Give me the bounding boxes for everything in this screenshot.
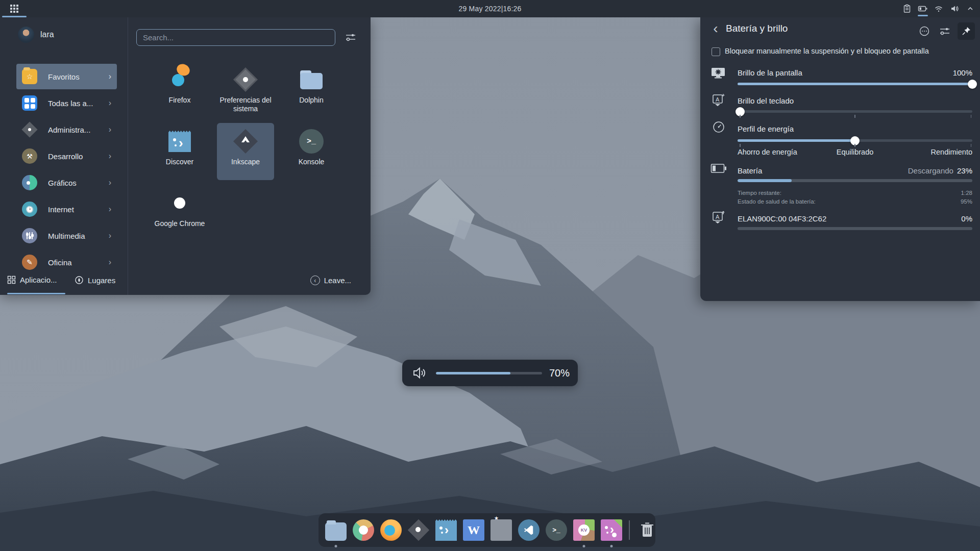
chevron-right-icon: › xyxy=(109,98,111,108)
screen-brightness-icon xyxy=(710,66,726,80)
battery-label: Batería xyxy=(738,166,762,175)
chevron-right-icon: › xyxy=(109,231,111,240)
launcher-footer: Aplicacio... Lugares ‹ Leave... xyxy=(0,270,371,295)
keyboard-brightness-slider[interactable] xyxy=(738,110,972,113)
dock-item-kvantum[interactable]: KV xyxy=(573,518,595,542)
dock-item-discover[interactable]: › xyxy=(435,518,457,542)
battery-health-label: Estado de salud de la batería: xyxy=(738,198,816,205)
category-label: Todas las a... xyxy=(48,99,93,108)
active-tab-indicator xyxy=(7,293,65,294)
power-profile-slider[interactable] xyxy=(738,139,972,142)
category-label: Administra... xyxy=(48,126,90,134)
category-label: Favoritos xyxy=(48,72,80,81)
konsole-icon: >_ xyxy=(299,129,324,154)
category-label: Multimedia xyxy=(48,232,85,240)
svg-text:A: A xyxy=(716,96,720,103)
dock-item-trash[interactable] xyxy=(636,518,658,542)
dock-item-color-app[interactable]: › xyxy=(600,518,623,542)
dolphin-icon xyxy=(325,522,347,541)
volume-icon[interactable] xyxy=(948,1,961,16)
sidebar-item-todas-las-aplicaciones[interactable]: Todas las a... › xyxy=(0,90,128,116)
development-icon: ⚒ xyxy=(22,148,37,164)
folder-favorites-icon: ☆ xyxy=(22,69,37,84)
tab-aplicaciones[interactable]: Aplicacio... xyxy=(7,276,57,284)
sidebar-item-desarrollo[interactable]: ⚒ Desarrollo › xyxy=(0,143,128,169)
leave-icon: ‹ xyxy=(310,276,320,285)
svg-text:A: A xyxy=(716,214,720,220)
inkscape-icon xyxy=(233,129,258,154)
app-tile-preferencias-del-sistema[interactable]: Preferencias del sistema xyxy=(217,61,274,118)
app-tile-google-chrome[interactable]: Google Chrome xyxy=(151,185,208,242)
pin-icon[interactable] xyxy=(958,22,975,40)
chevron-right-icon: › xyxy=(109,125,111,134)
app-label: Google Chrome xyxy=(152,219,207,228)
graphics-icon xyxy=(22,175,37,190)
keyboard-brightness-label: Brillo del teclado xyxy=(738,96,794,105)
sidebar-item-graficos[interactable]: Gráficos › xyxy=(0,169,128,196)
configure-icon[interactable] xyxy=(937,23,952,39)
slider-handle[interactable] xyxy=(968,80,977,89)
battery-icon[interactable] xyxy=(916,1,929,16)
category-label: Gráficos xyxy=(48,179,77,187)
chevron-right-icon: › xyxy=(109,72,111,81)
app-tile-inkscape[interactable]: Inkscape xyxy=(217,123,274,180)
show-inhibitions-icon[interactable] xyxy=(917,23,932,39)
wifi-icon[interactable] xyxy=(932,1,945,16)
app-label: Preferencias del sistema xyxy=(218,96,273,113)
sidebar-item-internet[interactable]: 🕑 Internet › xyxy=(0,196,128,222)
checkbox[interactable] xyxy=(712,47,720,56)
sidebar-item-multimedia[interactable]: Multimedia › xyxy=(0,222,128,249)
image-viewer-icon xyxy=(491,519,512,541)
office-icon: ✎ xyxy=(22,255,37,270)
leave-label: Leave... xyxy=(324,276,351,285)
app-tile-firefox[interactable]: Firefox xyxy=(151,61,208,118)
all-applications-icon xyxy=(22,95,37,111)
google-chrome-icon xyxy=(167,191,192,215)
filter-options-icon[interactable] xyxy=(345,32,356,42)
top-panel: 29 May 2022|16:26 xyxy=(0,0,980,17)
sidebar-item-administracion[interactable]: Administra... › xyxy=(0,116,128,143)
kvantum-manager-icon: KV xyxy=(573,519,595,541)
back-button[interactable]: ‹ xyxy=(708,21,723,37)
remaining-time-value: 1:28 xyxy=(961,190,972,196)
keyboard-device-progressbar xyxy=(738,227,972,230)
dock-item-system-settings[interactable] xyxy=(407,518,430,542)
user-name: lara xyxy=(40,30,54,39)
dock-item-vscode[interactable] xyxy=(518,518,540,542)
dock-item-image-viewer[interactable] xyxy=(490,518,512,542)
app-tile-discover[interactable]: › Discover xyxy=(151,123,208,180)
color-app-icon: › xyxy=(601,519,622,541)
volume-osd-bar xyxy=(436,372,542,374)
system-settings-icon xyxy=(408,519,429,541)
dock-item-wiki-app[interactable]: W xyxy=(462,518,485,542)
manual-block-row[interactable]: Bloquear manualmente la suspensión y el … xyxy=(712,47,929,56)
dock-item-firefox[interactable] xyxy=(380,518,402,542)
desktop: { "colors": { "accent": "#8fb5d9", "pane… xyxy=(0,0,980,551)
app-tile-dolphin[interactable]: Dolphin xyxy=(283,61,340,118)
search-input[interactable] xyxy=(136,29,335,46)
dock-item-konsole[interactable]: >_ xyxy=(545,518,568,542)
profile-option-rendimiento[interactable]: Rendimiento xyxy=(931,148,972,156)
clipboard-icon[interactable] xyxy=(900,1,914,16)
keyboard-device-value: 0% xyxy=(961,214,972,223)
app-label: Konsole xyxy=(284,158,339,166)
chevron-up-icon[interactable] xyxy=(964,1,977,16)
dock-item-dolphin[interactable] xyxy=(325,518,347,542)
power-profile-label: Perfil de energía xyxy=(738,124,794,133)
screen-brightness-slider[interactable] xyxy=(738,83,972,85)
app-tile-konsole[interactable]: >_ Konsole xyxy=(283,123,340,180)
firefox-icon xyxy=(167,67,192,92)
dock-item-google-chrome[interactable] xyxy=(352,518,375,542)
leave-button[interactable]: ‹ Leave... xyxy=(310,276,351,285)
running-indicator xyxy=(335,545,337,547)
remaining-time-label: Tiempo restante: xyxy=(738,190,781,196)
avatar xyxy=(18,27,34,43)
sidebar-item-favoritos[interactable]: ☆ Favoritos › xyxy=(0,63,128,90)
digital-clock[interactable]: 29 May 2022|16:26 xyxy=(0,0,980,17)
sidebar-item-oficina[interactable]: ✎ Oficina › xyxy=(0,249,128,270)
chevron-right-icon: › xyxy=(109,258,111,267)
keyboard-device-label: ELAN900C:00 04F3:2C62 xyxy=(738,214,826,223)
chevron-right-icon: › xyxy=(109,205,111,214)
user-header[interactable]: lara xyxy=(18,27,54,43)
tab-lugares[interactable]: Lugares xyxy=(75,276,115,285)
